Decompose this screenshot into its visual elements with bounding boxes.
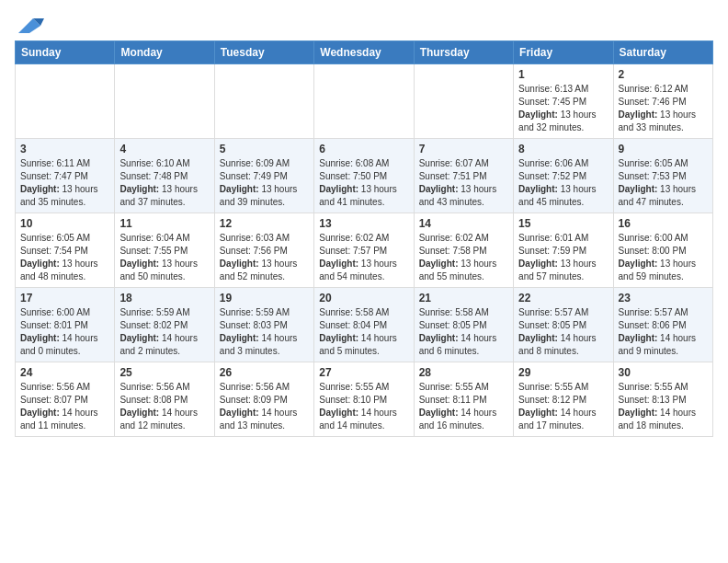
calendar-cell: 8Sunrise: 6:06 AMSunset: 7:52 PMDaylight… xyxy=(514,139,613,213)
calendar-cell: 11Sunrise: 6:04 AMSunset: 7:55 PMDayligh… xyxy=(115,213,214,288)
day-number: 9 xyxy=(619,143,708,155)
day-info: Sunrise: 6:12 AMSunset: 7:46 PMDaylight:… xyxy=(619,83,708,134)
daylight-label: Daylight: xyxy=(619,333,661,343)
calendar-cell: 26Sunrise: 5:56 AMSunset: 8:09 PMDayligh… xyxy=(214,362,313,437)
day-number: 25 xyxy=(119,366,209,379)
daylight-label: Daylight: xyxy=(119,408,162,418)
logo-icon xyxy=(15,15,44,37)
day-number: 8 xyxy=(518,143,608,155)
daylight-label: Daylight: xyxy=(518,184,561,194)
day-info: Sunrise: 6:08 AMSunset: 7:50 PMDaylight:… xyxy=(319,157,408,209)
day-info: Sunrise: 6:05 AMSunset: 7:54 PMDaylight:… xyxy=(20,232,109,283)
calendar-cell: 12Sunrise: 6:03 AMSunset: 7:56 PMDayligh… xyxy=(214,213,313,288)
daylight-label: Daylight: xyxy=(419,184,461,194)
calendar-cell: 21Sunrise: 5:58 AMSunset: 8:05 PMDayligh… xyxy=(414,288,513,362)
day-header-sunday: Sunday xyxy=(16,41,115,64)
calendar-cell: 3Sunrise: 6:11 AMSunset: 7:47 PMDaylight… xyxy=(16,139,115,213)
calendar-cell: 16Sunrise: 6:00 AMSunset: 8:00 PMDayligh… xyxy=(613,213,712,288)
calendar-cell xyxy=(314,64,414,139)
daylight-label: Daylight: xyxy=(119,259,162,269)
calendar-cell xyxy=(414,64,513,139)
day-info: Sunrise: 5:55 AMSunset: 8:12 PMDaylight:… xyxy=(518,381,608,432)
calendar-cell: 2Sunrise: 6:12 AMSunset: 7:46 PMDaylight… xyxy=(613,64,712,139)
daylight-label: Daylight: xyxy=(119,333,162,343)
day-number: 24 xyxy=(20,366,109,379)
day-info: Sunrise: 5:58 AMSunset: 8:05 PMDaylight:… xyxy=(419,306,508,358)
calendar-week-row: 1Sunrise: 6:13 AMSunset: 7:45 PMDaylight… xyxy=(16,64,713,139)
daylight-label: Daylight: xyxy=(619,408,661,418)
day-info: Sunrise: 6:04 AMSunset: 7:55 PMDaylight:… xyxy=(119,232,209,283)
day-info: Sunrise: 5:59 AMSunset: 8:03 PMDaylight:… xyxy=(220,306,309,358)
day-number: 15 xyxy=(518,217,608,230)
daylight-label: Daylight: xyxy=(119,184,162,194)
daylight-label: Daylight: xyxy=(419,333,461,343)
day-info: Sunrise: 6:10 AMSunset: 7:48 PMDaylight:… xyxy=(119,157,209,209)
calendar-cell: 23Sunrise: 5:57 AMSunset: 8:06 PMDayligh… xyxy=(613,288,712,362)
day-number: 27 xyxy=(319,366,408,379)
calendar-cell: 30Sunrise: 5:55 AMSunset: 8:13 PMDayligh… xyxy=(613,362,712,437)
calendar-cell: 15Sunrise: 6:01 AMSunset: 7:59 PMDayligh… xyxy=(514,213,613,288)
calendar-week-row: 10Sunrise: 6:05 AMSunset: 7:54 PMDayligh… xyxy=(16,213,713,288)
calendar-cell: 28Sunrise: 5:55 AMSunset: 8:11 PMDayligh… xyxy=(414,362,513,437)
day-number: 5 xyxy=(220,143,309,155)
day-info: Sunrise: 5:56 AMSunset: 8:08 PMDaylight:… xyxy=(119,381,209,432)
calendar-week-row: 24Sunrise: 5:56 AMSunset: 8:07 PMDayligh… xyxy=(16,362,713,437)
day-number: 17 xyxy=(20,292,109,304)
day-number: 3 xyxy=(20,143,109,155)
daylight-label: Daylight: xyxy=(419,259,461,269)
day-number: 10 xyxy=(20,217,109,230)
calendar-cell: 20Sunrise: 5:58 AMSunset: 8:04 PMDayligh… xyxy=(314,288,414,362)
day-header-monday: Monday xyxy=(115,41,214,64)
logo xyxy=(15,15,44,33)
daylight-label: Daylight: xyxy=(518,259,561,269)
daylight-label: Daylight: xyxy=(20,333,63,343)
day-header-saturday: Saturday xyxy=(613,41,712,64)
calendar-cell: 4Sunrise: 6:10 AMSunset: 7:48 PMDaylight… xyxy=(115,139,214,213)
calendar-cell: 14Sunrise: 6:02 AMSunset: 7:58 PMDayligh… xyxy=(414,213,513,288)
day-info: Sunrise: 6:11 AMSunset: 7:47 PMDaylight:… xyxy=(20,157,109,209)
daylight-label: Daylight: xyxy=(419,408,461,418)
calendar-cell: 24Sunrise: 5:56 AMSunset: 8:07 PMDayligh… xyxy=(16,362,115,437)
day-info: Sunrise: 6:07 AMSunset: 7:51 PMDaylight:… xyxy=(419,157,508,209)
calendar-cell xyxy=(214,64,313,139)
day-number: 20 xyxy=(319,292,408,304)
day-header-tuesday: Tuesday xyxy=(214,41,313,64)
daylight-label: Daylight: xyxy=(319,333,361,343)
day-info: Sunrise: 6:03 AMSunset: 7:56 PMDaylight:… xyxy=(220,232,309,283)
day-info: Sunrise: 6:13 AMSunset: 7:45 PMDaylight:… xyxy=(518,83,608,134)
day-number: 11 xyxy=(119,217,209,230)
calendar-cell: 19Sunrise: 5:59 AMSunset: 8:03 PMDayligh… xyxy=(214,288,313,362)
day-number: 13 xyxy=(319,217,408,230)
daylight-label: Daylight: xyxy=(220,408,262,418)
day-info: Sunrise: 6:00 AMSunset: 8:00 PMDaylight:… xyxy=(619,232,708,283)
day-info: Sunrise: 6:05 AMSunset: 7:53 PMDaylight:… xyxy=(619,157,708,209)
day-info: Sunrise: 5:56 AMSunset: 8:09 PMDaylight:… xyxy=(220,381,309,432)
day-number: 22 xyxy=(518,292,608,304)
daylight-label: Daylight: xyxy=(518,109,561,120)
day-info: Sunrise: 5:55 AMSunset: 8:11 PMDaylight:… xyxy=(419,381,508,432)
day-number: 30 xyxy=(619,366,708,379)
day-info: Sunrise: 6:00 AMSunset: 8:01 PMDaylight:… xyxy=(20,306,109,358)
day-info: Sunrise: 5:55 AMSunset: 8:13 PMDaylight:… xyxy=(619,381,708,432)
day-number: 6 xyxy=(319,143,408,155)
daylight-label: Daylight: xyxy=(220,259,262,269)
daylight-label: Daylight: xyxy=(518,408,561,418)
daylight-label: Daylight: xyxy=(319,259,361,269)
daylight-label: Daylight: xyxy=(619,259,661,269)
calendar-week-row: 17Sunrise: 6:00 AMSunset: 8:01 PMDayligh… xyxy=(16,288,713,362)
daylight-label: Daylight: xyxy=(319,408,361,418)
calendar-cell: 18Sunrise: 5:59 AMSunset: 8:02 PMDayligh… xyxy=(115,288,214,362)
day-header-thursday: Thursday xyxy=(414,41,513,64)
day-info: Sunrise: 6:01 AMSunset: 7:59 PMDaylight:… xyxy=(518,232,608,283)
daylight-label: Daylight: xyxy=(20,184,63,194)
calendar-cell: 6Sunrise: 6:08 AMSunset: 7:50 PMDaylight… xyxy=(314,139,414,213)
calendar-cell: 22Sunrise: 5:57 AMSunset: 8:05 PMDayligh… xyxy=(514,288,613,362)
calendar-cell: 29Sunrise: 5:55 AMSunset: 8:12 PMDayligh… xyxy=(514,362,613,437)
day-number: 7 xyxy=(419,143,508,155)
calendar-header-row: SundayMondayTuesdayWednesdayThursdayFrid… xyxy=(16,41,713,64)
day-header-wednesday: Wednesday xyxy=(314,41,414,64)
day-info: Sunrise: 5:56 AMSunset: 8:07 PMDaylight:… xyxy=(20,381,109,432)
day-number: 2 xyxy=(619,68,708,81)
day-info: Sunrise: 5:57 AMSunset: 8:05 PMDaylight:… xyxy=(518,306,608,358)
day-info: Sunrise: 5:55 AMSunset: 8:10 PMDaylight:… xyxy=(319,381,408,432)
